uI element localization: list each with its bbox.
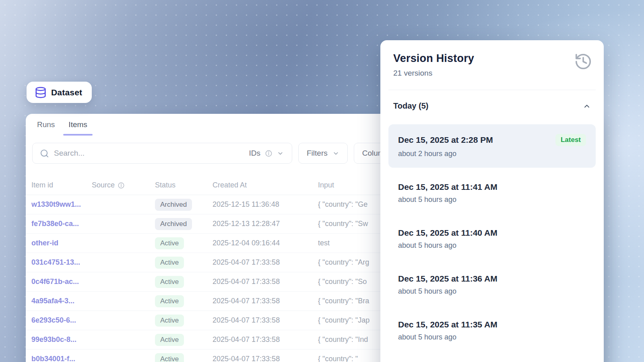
dataset-badge: Dataset <box>27 82 92 103</box>
latest-badge: Latest <box>555 134 586 146</box>
status-badge: Active <box>155 353 184 362</box>
search-box[interactable]: IDs <box>32 143 292 164</box>
status-badge: Active <box>155 237 184 249</box>
item-id-link[interactable]: other-id <box>31 239 58 247</box>
filters-button[interactable]: Filters <box>298 143 348 164</box>
version-entry[interactable]: Dec 15, 2025 at 11:36 AM about 5 hours a… <box>388 264 596 305</box>
ids-dropdown[interactable]: IDs <box>249 149 284 158</box>
cell-created-at: 2025-12-15 11:36:48 <box>213 200 318 209</box>
item-id-link[interactable]: 4a95afa4-3... <box>31 297 74 305</box>
tab-runs[interactable]: Runs <box>37 120 55 136</box>
version-entry[interactable]: Dec 15, 2025 at 11:35 AM about 5 hours a… <box>388 310 596 351</box>
version-history-title: Version History <box>393 52 591 65</box>
version-entry-title: Dec 15, 2025 at 11:35 AM <box>398 320 497 329</box>
version-entry-title: Dec 15, 2025 at 11:40 AM <box>398 228 497 238</box>
version-count: 21 versions <box>393 69 591 78</box>
version-entry-latest[interactable]: Dec 15, 2025 at 2:28 PM Latest about 2 h… <box>388 124 596 168</box>
status-badge: Active <box>155 295 184 307</box>
header-item-id: Item id <box>31 181 92 189</box>
item-id-link[interactable]: 0c4f671b-ac... <box>31 278 79 286</box>
cell-created-at: 2025-12-13 12:28:47 <box>213 220 318 228</box>
status-badge: Archived <box>155 199 192 211</box>
chevron-down-icon <box>277 150 284 157</box>
item-id-link[interactable]: 99e93b0c-8... <box>31 335 76 343</box>
version-entry[interactable]: Dec 15, 2025 at 11:41 AM about 5 hours a… <box>388 173 596 214</box>
status-badge: Active <box>155 276 184 288</box>
version-entry-title: Dec 15, 2025 at 2:28 PM <box>398 135 493 145</box>
item-id-link[interactable]: 031c4751-13... <box>31 258 80 266</box>
version-entry-ago: about 5 hours ago <box>398 195 586 204</box>
header-source: Source <box>92 181 155 189</box>
version-entry-ago: about 5 hours ago <box>398 287 586 296</box>
dataset-badge-label: Dataset <box>51 88 82 97</box>
cell-created-at: 2025-04-07 17:33:58 <box>213 278 318 286</box>
version-entry-title: Dec 15, 2025 at 11:36 AM <box>398 274 497 284</box>
filters-label: Filters <box>307 149 328 158</box>
chevron-up-icon[interactable] <box>583 102 591 110</box>
status-badge: Archived <box>155 218 192 230</box>
status-badge: Active <box>155 334 184 346</box>
header-status: Status <box>155 181 213 189</box>
cell-created-at: 2025-12-04 09:16:44 <box>213 239 318 247</box>
version-entry-ago: about 2 hours ago <box>398 150 586 158</box>
info-icon <box>118 182 125 189</box>
item-id-link[interactable]: 6e293c50-6... <box>31 316 76 324</box>
version-group-today[interactable]: Today (5) <box>388 101 596 111</box>
ids-label: IDs <box>249 149 261 158</box>
version-list: Dec 15, 2025 at 2:28 PM Latest about 2 h… <box>388 124 596 351</box>
search-icon <box>40 149 49 158</box>
version-history-panel: Version History 21 versions Today (5) De… <box>380 40 604 362</box>
item-id-link[interactable]: w1330t9ww1... <box>31 200 81 208</box>
cell-created-at: 2025-04-07 17:33:58 <box>213 355 318 362</box>
header-created-at: Created At <box>213 181 318 189</box>
header-source-label: Source <box>92 181 115 189</box>
version-group-label: Today (5) <box>393 101 428 111</box>
cell-created-at: 2025-04-07 17:33:58 <box>213 258 318 267</box>
item-id-link[interactable]: fe7b38e0-ca... <box>31 220 79 228</box>
status-badge: Active <box>155 315 184 327</box>
version-entry[interactable]: Dec 15, 2025 at 11:40 AM about 5 hours a… <box>388 218 596 259</box>
history-icon <box>574 52 592 71</box>
divider <box>388 90 596 90</box>
search-input[interactable] <box>54 149 249 158</box>
cell-created-at: 2025-04-07 17:33:58 <box>213 335 318 344</box>
database-icon <box>35 86 47 99</box>
chevron-down-icon <box>332 150 339 157</box>
cell-created-at: 2025-04-07 17:33:58 <box>213 316 318 325</box>
version-entry-ago: about 5 hours ago <box>398 333 586 341</box>
tab-items[interactable]: Items <box>68 120 87 136</box>
info-icon <box>265 150 272 157</box>
version-history-header: Version History 21 versions <box>388 52 596 78</box>
version-entry-ago: about 5 hours ago <box>398 241 586 250</box>
status-badge: Active <box>155 257 184 269</box>
item-id-link[interactable]: b0b34001-f... <box>31 355 75 362</box>
version-entry-title: Dec 15, 2025 at 11:41 AM <box>398 182 497 192</box>
cell-created-at: 2025-04-07 17:33:58 <box>213 297 318 305</box>
